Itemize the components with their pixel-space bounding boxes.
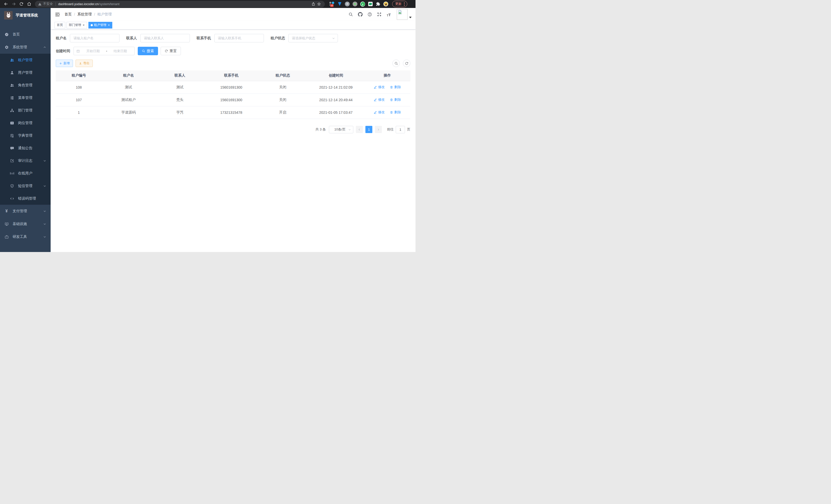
tag-label: 首页 xyxy=(57,23,63,27)
logo-row[interactable]: 芋道管理系统 xyxy=(0,8,51,22)
tenant-status-select[interactable]: 请选择租户状态 xyxy=(288,34,338,42)
cell-create-time: 2021-12-14 20:49:44 xyxy=(308,93,364,106)
sidebar-item-user[interactable]: 用户管理 xyxy=(0,66,51,79)
github-link-button[interactable] xyxy=(358,12,363,17)
tag-tenant-active[interactable]: 租户管理 × xyxy=(88,22,112,29)
tenant-name-input[interactable] xyxy=(70,34,119,42)
browser-back-button[interactable] xyxy=(3,1,9,7)
breadcrumb-item-home[interactable]: 首页 xyxy=(64,12,72,17)
sidebar-item-system[interactable]: 系统管理 xyxy=(0,41,51,54)
security-indicator[interactable]: 不安全 xyxy=(38,2,53,6)
cell-contact-mobile: 15601691300 xyxy=(205,93,258,106)
sidebar-collapse-button[interactable] xyxy=(55,11,60,17)
fullscreen-button[interactable] xyxy=(377,12,382,17)
page-number-1[interactable]: 1 xyxy=(365,126,372,133)
cell-actions: 修改 删除 xyxy=(364,106,410,119)
sidebar-item-tenant[interactable]: 租户管理 xyxy=(0,54,51,66)
sidebar-item-role[interactable]: 角色管理 xyxy=(0,79,51,91)
sidebar-item-dev-tools[interactable]: 研发工具 xyxy=(0,230,51,243)
sidebar-item-dept[interactable]: 部门管理 xyxy=(0,104,51,117)
user-menu[interactable] xyxy=(397,9,412,20)
next-page-button[interactable] xyxy=(375,126,382,133)
tag-home[interactable]: 首页 xyxy=(55,22,65,29)
prev-page-button[interactable] xyxy=(356,126,363,133)
sidebar-item-menu[interactable]: 菜单管理 xyxy=(0,91,51,104)
rabbit-logo-icon xyxy=(5,12,12,19)
delete-link[interactable]: 删除 xyxy=(390,85,401,89)
reset-button[interactable]: 重置 xyxy=(161,47,181,55)
browser-home-button[interactable] xyxy=(26,1,32,7)
add-button[interactable]: 新增 xyxy=(56,60,73,67)
font-size-button[interactable]: TT xyxy=(386,12,391,17)
sidebar-item-label: 菜单管理 xyxy=(18,95,32,100)
infrastructure-icon xyxy=(4,222,9,226)
close-icon[interactable]: × xyxy=(108,24,110,27)
extension-grid[interactable]: 10 xyxy=(329,2,334,6)
tag-dept[interactable]: 部门管理 × xyxy=(66,22,87,29)
browser-forward-button[interactable] xyxy=(10,1,17,7)
sidebar-item-post[interactable]: 岗位管理 xyxy=(0,117,51,129)
browser-refresh-button[interactable] xyxy=(18,1,25,7)
delete-link[interactable]: 删除 xyxy=(390,110,401,115)
cell-create-time: 2021-01-05 17:03:47 xyxy=(308,106,364,119)
sidebar-item-label: 基础设施 xyxy=(12,222,27,226)
toggle-search-button[interactable] xyxy=(392,60,400,67)
avatar[interactable] xyxy=(397,9,407,20)
sidebar-item-notice[interactable]: 通知公告 xyxy=(0,142,51,154)
sidebar-item-infrastructure[interactable]: 基础设施 xyxy=(0,217,51,230)
edit-link[interactable]: 修改 xyxy=(374,85,385,89)
calendar-icon xyxy=(76,49,80,53)
bookmark-button[interactable] xyxy=(316,1,322,7)
sidebar-item-dict[interactable]: 字典管理 xyxy=(0,129,51,142)
update-label: 更新 xyxy=(395,2,402,6)
help-button[interactable] xyxy=(367,12,372,17)
refresh-icon xyxy=(165,49,168,53)
sidebar-item-error-code[interactable]: 错误码管理 xyxy=(0,192,51,205)
chevron-left-icon xyxy=(358,128,361,131)
refresh-table-button[interactable] xyxy=(403,60,410,67)
extensions-menu[interactable] xyxy=(376,2,380,6)
share-button[interactable] xyxy=(310,1,316,7)
cell-tenant-name: 芋道源码 xyxy=(102,106,155,119)
delete-link[interactable]: 删除 xyxy=(390,97,401,102)
page-size-select[interactable]: 10条/页 xyxy=(329,126,353,133)
pagination-total: 共 3 条 xyxy=(316,127,326,132)
extension-chat[interactable] xyxy=(368,2,373,6)
edit-pencil-icon xyxy=(374,86,377,89)
export-button[interactable]: 导出 xyxy=(76,60,93,67)
extension-row: 10 ⌘ y 更新 xyxy=(329,1,407,7)
sidebar-item-payment[interactable]: ¥ 支付管理 xyxy=(0,205,51,217)
extension-command[interactable]: ⌘ xyxy=(345,2,350,6)
col-tenant-status: 租户状态 xyxy=(258,70,308,81)
extension-yudao[interactable]: y xyxy=(360,2,365,6)
close-icon[interactable]: × xyxy=(83,24,85,27)
url-host: dashboard.yudao.iocoder.cn xyxy=(58,2,99,6)
user-icon xyxy=(10,70,14,75)
extension-recorder[interactable] xyxy=(352,2,357,6)
contact-mobile-input[interactable] xyxy=(214,34,264,42)
date-separator: - xyxy=(106,49,107,53)
chrome-update-button[interactable]: 更新 xyxy=(392,1,407,7)
sidebar-item-online-user[interactable]: 在线用户 xyxy=(0,167,51,180)
address-bar[interactable]: 不安全 dashboard.yudao.iocoder.cn/system/te… xyxy=(35,1,325,7)
cell-tenant-id: 108 xyxy=(56,81,102,93)
hamburger-fold-icon xyxy=(55,12,60,17)
system-submenu: 租户管理 用户管理 角色管理 xyxy=(0,54,51,205)
breadcrumb-item-system[interactable]: 系统管理 xyxy=(77,12,92,17)
edit-link[interactable]: 修改 xyxy=(374,110,385,115)
profile-avatar[interactable] xyxy=(383,2,388,6)
sidebar-item-audit-log[interactable]: 审计日志 xyxy=(0,154,51,167)
sidebar-item-sms[interactable]: 短信管理 xyxy=(0,180,51,192)
search-button[interactable]: 搜索 xyxy=(138,47,158,55)
extension-balloon[interactable] xyxy=(337,2,342,6)
create-time-range-picker[interactable]: 开始日期 - 结束日期 xyxy=(74,47,135,55)
sidebar-item-home[interactable]: 首页 xyxy=(0,28,51,41)
edit-link-label: 修改 xyxy=(378,85,385,89)
header-search-button[interactable] xyxy=(348,12,353,17)
contact-name-input[interactable] xyxy=(140,34,190,42)
sidebar: 芋道管理系统 首页 系统管理 xyxy=(0,8,51,252)
dictionary-icon xyxy=(10,133,14,138)
sidebar-item-label: 通知公告 xyxy=(18,146,32,151)
jump-page-input[interactable] xyxy=(396,126,405,133)
edit-link[interactable]: 修改 xyxy=(374,97,385,102)
